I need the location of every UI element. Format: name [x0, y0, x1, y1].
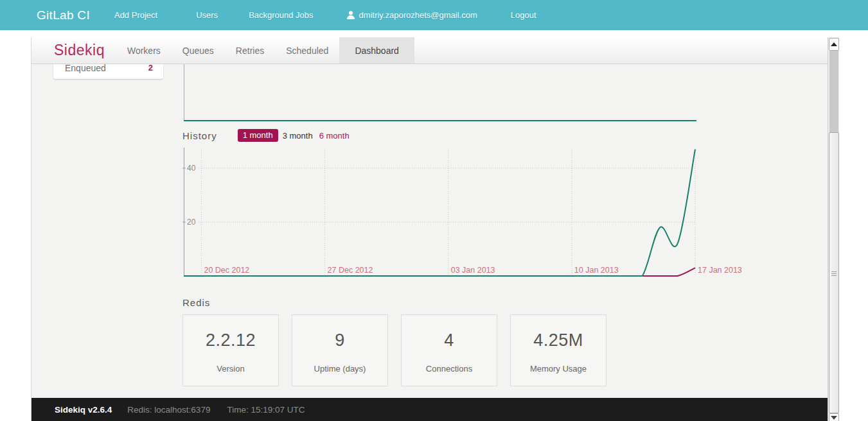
stat-label: Connections — [402, 364, 497, 374]
history-chart: 20 Dec 201227 Dec 201203 Jan 201310 Jan … — [182, 146, 748, 280]
scrollbar-down-button[interactable] — [829, 413, 839, 421]
realtime-chart-baseline — [184, 120, 696, 121]
stat-label: Memory Usage — [511, 364, 606, 374]
tab-retries[interactable]: Retries — [225, 37, 275, 64]
enqueued-label: Enqueued — [65, 64, 106, 73]
down-arrow-icon — [831, 416, 837, 420]
nav-users[interactable]: Users — [196, 10, 218, 20]
svg-text:20 Dec 2012: 20 Dec 2012 — [204, 266, 249, 275]
range-3-month[interactable]: 3 month — [283, 131, 313, 141]
sidekiq-navbar: Sidekiq Workers Queues Retries Scheduled… — [31, 37, 828, 64]
nav-add-project[interactable]: Add Project — [114, 10, 157, 20]
sidekiq-footer: Sidekiq v2.6.4 Redis: localhost:6379 Tim… — [31, 398, 828, 421]
tab-scheduled[interactable]: Scheduled — [275, 37, 339, 64]
redis-stats: 2.2.12 Version 9 Uptime (days) 4 Connect… — [182, 314, 619, 386]
up-arrow-icon — [831, 42, 837, 46]
footer-redis-host: Redis: localhost:6379 — [127, 405, 210, 415]
nav-logout[interactable]: Logout — [511, 10, 536, 20]
footer-version: Sidekiq v2.6.4 — [55, 405, 112, 415]
enqueued-card[interactable]: Enqueued 2 — [53, 64, 163, 79]
svg-text:03 Jan 2013: 03 Jan 2013 — [451, 266, 495, 275]
gitlab-brand[interactable]: GitLab CI — [37, 8, 90, 22]
footer-time: Time: 15:19:07 UTC — [227, 405, 305, 415]
sidekiq-frame: Enqueued 2 History 1 month 3 month 6 mon… — [31, 37, 838, 421]
range-6-month[interactable]: 6 month — [319, 131, 350, 141]
topbar-nav: Add Project Users Background Jobs dmitri… — [114, 10, 536, 20]
stat-card-memory: 4.25M Memory Usage — [510, 314, 607, 386]
vertical-scrollbar[interactable] — [828, 37, 839, 421]
realtime-chart-axis — [184, 64, 184, 121]
tab-dashboard[interactable]: Dashboard — [339, 37, 414, 64]
stat-value: 4 — [402, 331, 497, 350]
history-title: History — [182, 130, 217, 141]
stat-card-uptime: 9 Uptime (days) — [292, 314, 388, 386]
stat-card-connections: 4 Connections — [401, 314, 497, 386]
svg-text:40: 40 — [187, 164, 196, 173]
scrollbar-grip — [831, 271, 837, 277]
tab-queues[interactable]: Queues — [172, 37, 225, 64]
history-range-buttons: 1 month 3 month 6 month — [238, 129, 350, 142]
nav-background-jobs[interactable]: Background Jobs — [249, 10, 313, 20]
user-icon — [347, 11, 355, 19]
redis-title: Redis — [182, 297, 210, 308]
user-menu[interactable]: dmitriy.zaporozhets@gmail.com — [347, 10, 477, 20]
svg-text:20: 20 — [187, 218, 196, 227]
user-email: dmitriy.zaporozhets@gmail.com — [359, 10, 477, 20]
gitlab-topbar: GitLab CI Add Project Users Background J… — [0, 0, 868, 30]
svg-text:10 Jan 2013: 10 Jan 2013 — [574, 266, 619, 275]
sidekiq-brand[interactable]: Sidekiq — [54, 42, 105, 59]
enqueued-count: 2 — [148, 64, 153, 73]
scrollbar-up-button[interactable] — [829, 38, 839, 51]
stat-value: 2.2.12 — [183, 331, 278, 350]
stat-card-version: 2.2.12 Version — [182, 314, 279, 386]
svg-text:17 Jan 2013: 17 Jan 2013 — [698, 266, 742, 275]
sidekiq-tabs: Workers Queues Retries Scheduled Dashboa… — [116, 37, 414, 64]
scrollbar-thumb[interactable] — [829, 132, 839, 413]
range-1-month[interactable]: 1 month — [238, 129, 278, 142]
tab-workers[interactable]: Workers — [116, 37, 172, 64]
stat-label: Uptime (days) — [292, 364, 387, 374]
stat-value: 9 — [292, 331, 387, 350]
stat-label: Version — [183, 364, 278, 374]
svg-text:27 Dec 2012: 27 Dec 2012 — [328, 266, 373, 275]
stat-value: 4.25M — [511, 331, 606, 350]
